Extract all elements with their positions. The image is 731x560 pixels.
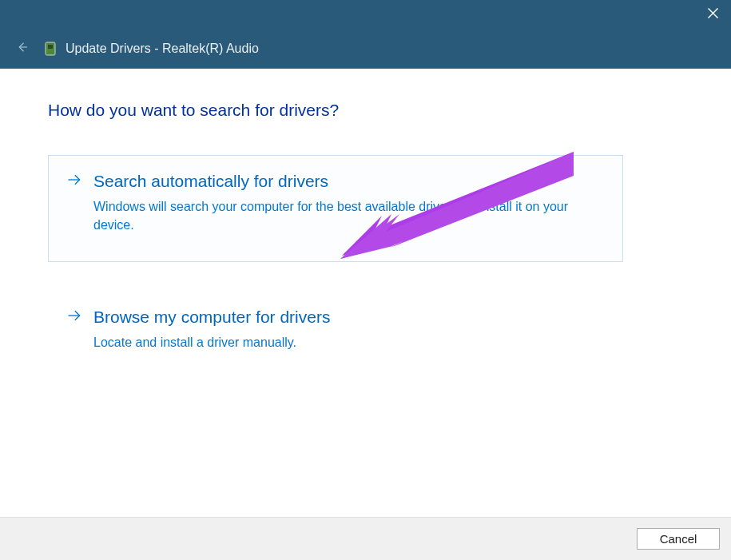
option-auto-title: Search automatically for drivers <box>93 172 328 191</box>
option-browse-title: Browse my computer for drivers <box>93 308 330 327</box>
device-icon <box>43 42 58 56</box>
footer: Cancel <box>0 517 731 560</box>
close-button[interactable] <box>694 0 731 29</box>
back-arrow-icon <box>15 40 30 58</box>
option-title-row: Browse my computer for drivers <box>66 308 605 327</box>
titlebar-top <box>0 0 731 29</box>
close-icon <box>708 7 718 22</box>
arrow-right-icon <box>66 308 82 327</box>
arrow-right-icon <box>66 172 82 191</box>
window-title: Update Drivers - Realtek(R) Audio <box>66 42 259 56</box>
option-browse-computer[interactable]: Browse my computer for drivers Locate an… <box>48 291 623 379</box>
titlebar-nav: Update Drivers - Realtek(R) Audio <box>0 29 731 69</box>
option-search-automatically[interactable]: Search automatically for drivers Windows… <box>48 155 623 262</box>
svg-rect-4 <box>48 45 53 49</box>
page-heading: How do you want to search for drivers? <box>48 101 683 120</box>
content-area: How do you want to search for drivers? S… <box>0 69 731 517</box>
option-auto-description: Windows will search your computer for th… <box>93 197 589 234</box>
cancel-button[interactable]: Cancel <box>637 528 720 550</box>
back-button[interactable] <box>8 33 37 65</box>
option-browse-description: Locate and install a driver manually. <box>93 333 589 351</box>
option-title-row: Search automatically for drivers <box>66 172 605 191</box>
